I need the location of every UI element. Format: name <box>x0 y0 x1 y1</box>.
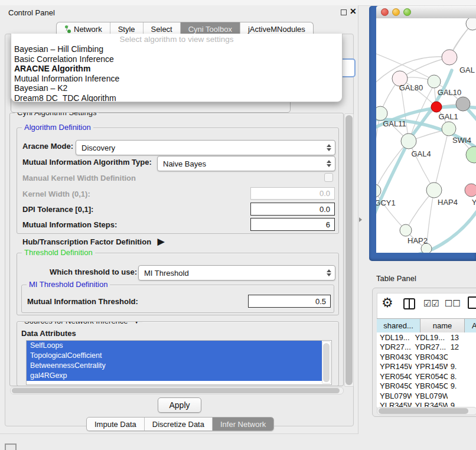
dpi-tolerance-field[interactable]: 0.0 <box>250 203 335 216</box>
checked-boxes-icon[interactable]: ☑☑ <box>423 298 439 309</box>
table-row[interactable]: YDR27...YDR27...12 <box>377 343 476 353</box>
network-node[interactable] <box>376 184 381 197</box>
header-cell-name[interactable]: name <box>420 319 465 332</box>
header-cell-shared[interactable]: shared... <box>377 319 420 332</box>
network-node[interactable] <box>401 133 416 149</box>
mi-type-label: Mutual Information Algorithm Type: <box>22 158 152 167</box>
attribute-item[interactable]: BetweennessCentrality <box>27 361 322 371</box>
tab-impute-data[interactable]: Impute Data <box>87 418 145 431</box>
network-node[interactable] <box>431 102 442 112</box>
table-hscrollbar[interactable] <box>377 407 476 415</box>
bottom-tabs: Impute Data Discretize Data Infer Networ… <box>86 417 274 431</box>
network-edge[interactable] <box>409 141 434 190</box>
node-label: HAP4 <box>438 198 458 207</box>
attribute-item[interactable]: SelfLoops <box>27 341 322 351</box>
table-cell: YDR27... <box>377 343 412 351</box>
attribute-item[interactable]: TopologicalCoefficient <box>27 351 322 361</box>
control-panel: Control Panel ✕ Network Style Select Cyn… <box>0 5 358 434</box>
popup-item-selected[interactable]: ARACNE Algorithm <box>11 64 342 74</box>
network-canvas[interactable]: GALGAL80GAL10GAL1GAL11SWI4GAL4GCY1HAP4YH… <box>376 18 476 253</box>
kernel-width-label: Kernel Width (0,1): <box>22 190 90 198</box>
table-row[interactable]: YER054CYER054C8. <box>377 371 476 381</box>
attribute-list-scrollbar[interactable] <box>322 341 331 384</box>
mi-steps-field[interactable]: 6 <box>250 218 335 231</box>
attribute-item[interactable]: gal4RGexp <box>27 371 322 381</box>
aracne-mode-combo[interactable]: Discovery <box>76 140 335 155</box>
mi-type-combo[interactable]: Naive Bayes <box>157 156 335 171</box>
tab-discretize-data[interactable]: Discretize Data <box>145 418 213 431</box>
node-label: GAL1 <box>438 112 458 121</box>
network-node[interactable] <box>428 75 441 88</box>
tab-infer-network[interactable]: Infer Network <box>213 418 273 431</box>
popup-item[interactable]: Basic Correlation Inference <box>11 54 342 64</box>
vertical-scrollbar[interactable] <box>344 113 354 387</box>
partial-window-icon[interactable] <box>5 444 17 450</box>
network-node[interactable] <box>426 182 442 198</box>
zoom-traffic-icon[interactable] <box>403 8 411 16</box>
table-cell: YPR145W <box>377 362 412 371</box>
network-edge[interactable] <box>434 129 449 190</box>
popup-item[interactable]: Dream8 DC_TDC Algorithm <box>11 93 342 103</box>
table-cell: YER054C <box>412 372 447 381</box>
network-node[interactable] <box>466 146 476 163</box>
network-node[interactable] <box>465 184 476 197</box>
apply-button[interactable]: Apply <box>158 397 201 413</box>
mi-threshold-label: Mutual Information Threshold: <box>27 297 138 306</box>
kernel-width-field[interactable]: 0.0 <box>250 187 335 200</box>
table-cell: YBR043C <box>412 353 447 361</box>
table-cell: YDR27... <box>412 343 447 351</box>
table-cell: YLR345W <box>377 401 412 407</box>
node-label: Y <box>472 198 476 207</box>
dpi-tolerance-label: DPI Tolerance [0,1]: <box>22 205 93 214</box>
column-layout-icon[interactable] <box>403 298 415 309</box>
minimize-traffic-icon[interactable] <box>392 8 400 16</box>
mi-threshold-field[interactable]: 0.5 <box>248 295 331 308</box>
network-node[interactable] <box>456 97 470 111</box>
hub-definition-toggle[interactable]: Hub/Transcription Factor Definition ▶ <box>22 236 164 247</box>
node-label: GAL80 <box>399 83 423 92</box>
table-row[interactable]: YBL079WYBL079W <box>377 391 476 401</box>
unchecked-boxes-icon[interactable]: ☐☐ <box>445 298 461 309</box>
table-row[interactable]: YBR045CYBR045C9. <box>377 381 476 392</box>
node-label: GCY1 <box>376 198 396 207</box>
table-row[interactable]: YDL19...YDL19...13 <box>377 332 476 343</box>
data-attributes-label: Data Attributes <box>21 329 76 338</box>
close-icon[interactable]: ✕ <box>350 6 357 16</box>
network-node[interactable] <box>442 122 456 136</box>
float-icon[interactable] <box>341 9 347 15</box>
table-row[interactable]: YPR145WYPR145W9. <box>377 362 476 372</box>
window-titlebar[interactable] <box>376 6 476 19</box>
table-cell: 8. <box>448 372 476 381</box>
table-row[interactable]: YLR345WYLR345W9. <box>377 401 476 407</box>
threshold-combo[interactable]: MI Threshold <box>138 265 335 281</box>
horizontal-scrollbar[interactable] <box>10 387 344 394</box>
document-icon[interactable] <box>468 296 476 309</box>
node-label: GAL10 <box>438 88 461 97</box>
network-edge-thick[interactable] <box>412 208 476 253</box>
settings-gear-icon[interactable]: ⚙ <box>382 295 393 311</box>
table-cell: YPR145W <box>412 362 447 371</box>
popup-item[interactable]: Mutual Information Inference <box>11 74 342 84</box>
table-rows: YDL19...YDL19...13YDR27...YDR27...12YBR0… <box>377 332 476 407</box>
table-cell: YBR045C <box>412 381 447 390</box>
network-node[interactable] <box>442 50 457 65</box>
header-cell-extra[interactable]: A <box>465 319 476 332</box>
collapse-arrow-icon[interactable]: ▼ <box>133 321 140 325</box>
close-traffic-icon[interactable] <box>381 8 389 16</box>
which-threshold-label: Which threshold to use: <box>50 268 137 276</box>
stepper-icon <box>327 160 331 167</box>
table-row[interactable]: YBR043CYBR043C <box>377 352 476 362</box>
table-cell: 9. <box>448 401 476 407</box>
table-header: shared... name A <box>377 318 476 333</box>
popup-item[interactable]: Bayesian – Hill Climbing <box>11 44 342 54</box>
control-panel-title: Control Panel <box>8 8 55 17</box>
network-node[interactable] <box>376 106 387 120</box>
manual-kernel-checkbox[interactable] <box>324 173 333 182</box>
node-label: GAL <box>459 66 475 74</box>
network-window[interactable]: GALGAL80GAL10GAL1GAL11SWI4GAL4GCY1HAP4YH… <box>369 6 476 261</box>
splitter-handle[interactable] <box>359 217 362 222</box>
network-node[interactable] <box>466 18 476 30</box>
popup-item[interactable]: Bayesian – K2 <box>11 83 342 93</box>
network-node[interactable] <box>400 224 412 236</box>
table-cell: 9. <box>448 381 476 390</box>
